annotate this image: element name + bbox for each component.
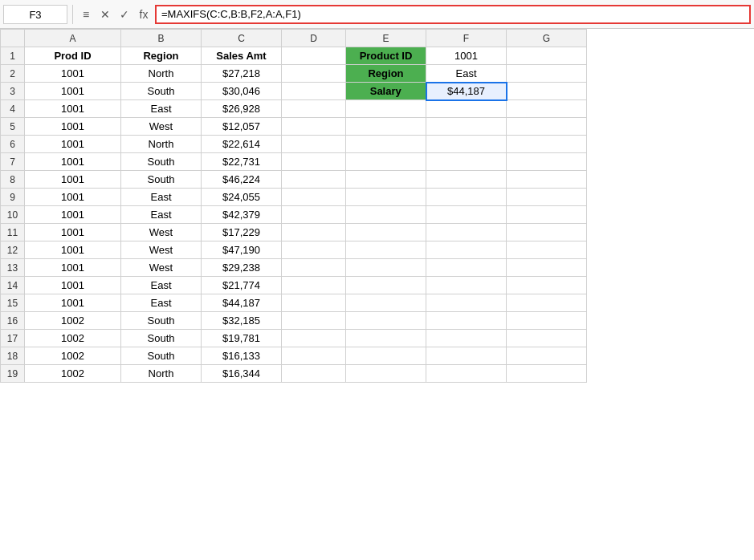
cell-d6[interactable] <box>282 136 346 153</box>
cell-b7[interactable]: South <box>121 153 202 171</box>
cell-c12[interactable]: $47,190 <box>202 241 282 259</box>
cell-c2[interactable]: $27,218 <box>202 65 282 83</box>
row-number-3[interactable]: 3 <box>1 83 25 100</box>
cell-b17[interactable]: South <box>121 330 202 347</box>
cell-f7[interactable] <box>426 153 507 171</box>
cell-g2[interactable] <box>507 65 587 83</box>
cell-b15[interactable]: East <box>121 294 202 312</box>
cell-b11[interactable]: West <box>121 224 202 241</box>
cell-e1[interactable]: Product ID <box>346 47 426 65</box>
cell-c9[interactable]: $24,055 <box>202 189 282 206</box>
cell-b8[interactable]: South <box>121 171 202 189</box>
cell-e16[interactable] <box>346 312 426 330</box>
formula-input[interactable]: =MAXIFS(C:C,B:B,F2,A:A,F1) <box>155 5 751 24</box>
col-header-d[interactable]: D <box>282 30 346 47</box>
cell-f9[interactable] <box>426 189 507 206</box>
cell-a8[interactable]: 1001 <box>25 171 121 189</box>
cell-b18[interactable]: South <box>121 347 202 365</box>
row-number-18[interactable]: 18 <box>1 347 25 365</box>
cell-g8[interactable] <box>507 171 587 189</box>
col-header-g[interactable]: G <box>507 30 587 47</box>
cell-g10[interactable] <box>507 206 587 224</box>
cell-e15[interactable] <box>346 294 426 312</box>
cell-g3[interactable] <box>507 83 587 100</box>
cell-a12[interactable]: 1001 <box>25 241 121 259</box>
cell-d19[interactable] <box>282 365 346 383</box>
row-number-11[interactable]: 11 <box>1 224 25 241</box>
cell-c11[interactable]: $17,229 <box>202 224 282 241</box>
cell-e6[interactable] <box>346 136 426 153</box>
cell-c10[interactable]: $42,379 <box>202 206 282 224</box>
cell-a7[interactable]: 1001 <box>25 153 121 171</box>
cell-f17[interactable] <box>426 330 507 347</box>
cell-d13[interactable] <box>282 259 346 277</box>
cell-a10[interactable]: 1001 <box>25 206 121 224</box>
cell-e11[interactable] <box>346 224 426 241</box>
cell-c16[interactable]: $32,185 <box>202 312 282 330</box>
row-number-5[interactable]: 5 <box>1 118 25 136</box>
col-header-f[interactable]: F <box>426 30 507 47</box>
cell-a6[interactable]: 1001 <box>25 136 121 153</box>
cell-g9[interactable] <box>507 189 587 206</box>
cell-f3[interactable]: $44,187 <box>426 83 507 100</box>
row-number-2[interactable]: 2 <box>1 65 25 83</box>
cancel-icon[interactable]: ✕ <box>97 5 113 24</box>
cell-e18[interactable] <box>346 347 426 365</box>
cell-d8[interactable] <box>282 171 346 189</box>
row-number-10[interactable]: 10 <box>1 206 25 224</box>
cell-g5[interactable] <box>507 118 587 136</box>
cell-c15[interactable]: $44,187 <box>202 294 282 312</box>
cell-b3[interactable]: South <box>121 83 202 100</box>
cell-d14[interactable] <box>282 277 346 294</box>
row-number-1[interactable]: 1 <box>1 47 25 65</box>
cell-f4[interactable] <box>426 100 507 118</box>
cell-c8[interactable]: $46,224 <box>202 171 282 189</box>
cell-b13[interactable]: West <box>121 259 202 277</box>
cell-d2[interactable] <box>282 65 346 83</box>
cell-a5[interactable]: 1001 <box>25 118 121 136</box>
cell-d3[interactable] <box>282 83 346 100</box>
cell-g1[interactable] <box>507 47 587 65</box>
cell-f6[interactable] <box>426 136 507 153</box>
cell-g6[interactable] <box>507 136 587 153</box>
cell-a19[interactable]: 1002 <box>25 365 121 383</box>
cell-g7[interactable] <box>507 153 587 171</box>
cell-c3[interactable]: $30,046 <box>202 83 282 100</box>
cell-g17[interactable] <box>507 330 587 347</box>
cell-d16[interactable] <box>282 312 346 330</box>
cell-e3[interactable]: Salary <box>346 83 426 100</box>
cell-f1[interactable]: 1001 <box>426 47 507 65</box>
cell-d18[interactable] <box>282 347 346 365</box>
cell-f13[interactable] <box>426 259 507 277</box>
row-number-16[interactable]: 16 <box>1 312 25 330</box>
cell-b5[interactable]: West <box>121 118 202 136</box>
cell-f19[interactable] <box>426 365 507 383</box>
cell-a14[interactable]: 1001 <box>25 277 121 294</box>
cell-e7[interactable] <box>346 153 426 171</box>
col-header-b[interactable]: B <box>121 30 202 47</box>
row-number-9[interactable]: 9 <box>1 189 25 206</box>
row-number-14[interactable]: 14 <box>1 277 25 294</box>
cell-d5[interactable] <box>282 118 346 136</box>
cell-b14[interactable]: East <box>121 277 202 294</box>
cell-a9[interactable]: 1001 <box>25 189 121 206</box>
cell-d17[interactable] <box>282 330 346 347</box>
cell-c17[interactable]: $19,781 <box>202 330 282 347</box>
cell-e13[interactable] <box>346 259 426 277</box>
cell-b12[interactable]: West <box>121 241 202 259</box>
cell-c7[interactable]: $22,731 <box>202 153 282 171</box>
cell-d12[interactable] <box>282 241 346 259</box>
cell-b4[interactable]: East <box>121 100 202 118</box>
cell-e12[interactable] <box>346 241 426 259</box>
cell-c13[interactable]: $29,238 <box>202 259 282 277</box>
row-number-13[interactable]: 13 <box>1 259 25 277</box>
cell-a2[interactable]: 1001 <box>25 65 121 83</box>
cell-f5[interactable] <box>426 118 507 136</box>
cell-b9[interactable]: East <box>121 189 202 206</box>
cell-c5[interactable]: $12,057 <box>202 118 282 136</box>
spreadsheet-area[interactable]: A B C D E F G 1Prod IDRegionSales AmtPro… <box>0 29 754 560</box>
cell-f15[interactable] <box>426 294 507 312</box>
cell-g15[interactable] <box>507 294 587 312</box>
cell-g11[interactable] <box>507 224 587 241</box>
menu-icon[interactable]: ≡ <box>78 5 94 24</box>
